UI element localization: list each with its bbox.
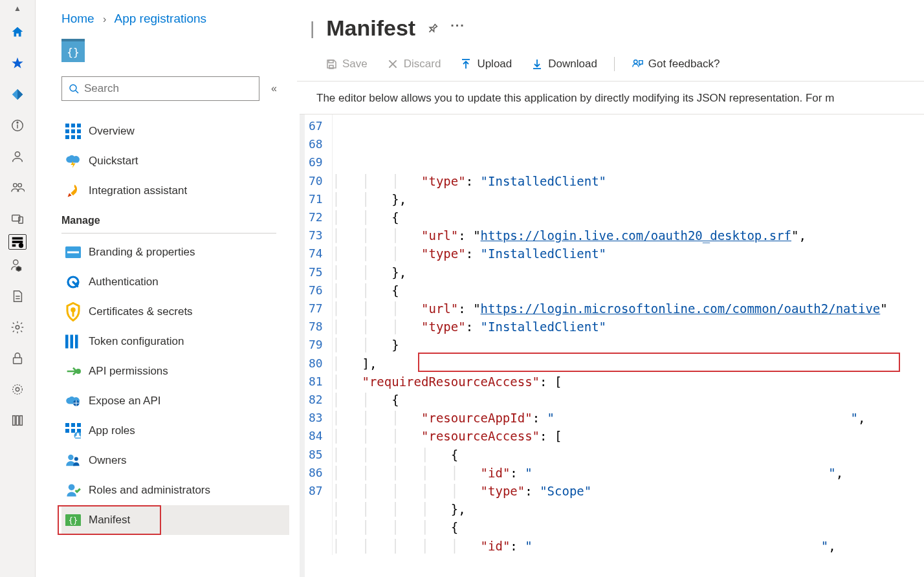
rail-lock-icon[interactable] bbox=[7, 343, 28, 374]
search-input[interactable] bbox=[84, 82, 252, 95]
svg-rect-19 bbox=[13, 416, 16, 426]
rail-hybrid-icon[interactable] bbox=[7, 374, 28, 405]
chevron-right-icon: › bbox=[98, 14, 111, 25]
title-separator: | bbox=[310, 18, 314, 39]
nav-certificates[interactable]: Certificates & secrets bbox=[61, 297, 289, 327]
branding-icon bbox=[65, 245, 81, 260]
rail-info-icon[interactable] bbox=[7, 110, 28, 141]
button-label: Download bbox=[548, 58, 597, 71]
svg-point-2 bbox=[17, 122, 18, 124]
nav-roles-administrators[interactable]: Roles and administrators bbox=[61, 475, 289, 505]
discard-button[interactable]: Discard bbox=[378, 54, 450, 74]
owners-icon bbox=[65, 453, 81, 468]
svg-point-11 bbox=[19, 243, 23, 248]
svg-point-53 bbox=[74, 457, 78, 461]
rail-home-icon[interactable] bbox=[7, 17, 28, 48]
page-title: Manifest bbox=[326, 16, 415, 41]
svg-text:{}: {} bbox=[69, 516, 78, 525]
nav-branding[interactable]: Branding & properties bbox=[61, 237, 289, 267]
svg-rect-31 bbox=[71, 135, 75, 139]
sidebar-search[interactable] bbox=[61, 76, 259, 101]
rail-settings-icon[interactable] bbox=[7, 312, 28, 343]
svg-rect-58 bbox=[329, 60, 333, 63]
rail-document-icon[interactable] bbox=[7, 281, 28, 312]
svg-point-54 bbox=[69, 484, 75, 490]
rail-person-icon[interactable] bbox=[7, 141, 28, 172]
svg-rect-7 bbox=[19, 217, 23, 223]
editor-scrollbar[interactable] bbox=[300, 114, 305, 577]
svg-point-66 bbox=[633, 60, 637, 63]
svg-rect-28 bbox=[71, 129, 75, 133]
json-editor[interactable]: 6768697071727374757677787980818283848586… bbox=[300, 114, 924, 577]
nav-authentication[interactable]: Authentication bbox=[61, 267, 289, 297]
nav-label: Expose an API bbox=[89, 395, 161, 408]
feedback-icon bbox=[632, 58, 643, 70]
code-area[interactable]: │ │ │ "type": "InstalledClient"│ │ },│ │… bbox=[333, 114, 924, 555]
breadcrumb-home[interactable]: Home bbox=[61, 12, 94, 25]
svg-point-51 bbox=[77, 433, 80, 435]
svg-point-3 bbox=[15, 152, 19, 157]
nav-expose-api[interactable]: Expose an API bbox=[61, 386, 289, 416]
rail-favorite-icon[interactable] bbox=[7, 48, 28, 79]
nav-label: Integration assistant bbox=[89, 184, 187, 197]
collapse-sidebar-icon[interactable]: « bbox=[269, 80, 280, 97]
rail-devices-icon[interactable] bbox=[7, 203, 28, 234]
nav-label: Branding & properties bbox=[89, 246, 195, 259]
pin-button[interactable] bbox=[427, 23, 439, 34]
rail-package-icon[interactable] bbox=[7, 250, 28, 281]
more-actions-button[interactable]: ··· bbox=[450, 18, 465, 38]
svg-rect-47 bbox=[65, 429, 69, 433]
svg-rect-27 bbox=[65, 129, 69, 133]
feedback-button[interactable]: Got feedback? bbox=[622, 54, 729, 74]
rail-diamond-icon[interactable] bbox=[7, 79, 28, 110]
svg-rect-48 bbox=[71, 429, 75, 433]
roles-admin-icon bbox=[65, 483, 81, 498]
toolbar-separator bbox=[614, 57, 615, 71]
svg-rect-10 bbox=[12, 245, 16, 247]
svg-point-15 bbox=[16, 325, 19, 329]
auth-icon bbox=[65, 274, 81, 290]
svg-rect-39 bbox=[65, 335, 69, 349]
breadcrumb-app-registrations[interactable]: App registrations bbox=[115, 12, 207, 25]
svg-rect-25 bbox=[71, 124, 75, 127]
nav-quickstart[interactable]: Quickstart bbox=[61, 146, 289, 176]
rocket-icon bbox=[65, 183, 81, 199]
nav-token-configuration[interactable]: Token configuration bbox=[61, 327, 289, 356]
rail-grid-icon[interactable] bbox=[8, 234, 27, 250]
nav-label: API permissions bbox=[89, 365, 168, 378]
nav-overview[interactable]: Overview bbox=[61, 116, 289, 146]
nav-label: Roles and administrators bbox=[89, 484, 210, 497]
manifest-icon: {} bbox=[65, 512, 81, 528]
svg-point-42 bbox=[76, 369, 80, 373]
key-icon bbox=[65, 304, 81, 320]
button-label: Save bbox=[342, 58, 368, 71]
rail-people-icon[interactable] bbox=[7, 172, 28, 203]
svg-point-17 bbox=[13, 385, 23, 395]
nav-label: Token configuration bbox=[89, 335, 184, 348]
nav-owners[interactable]: Owners bbox=[61, 446, 289, 475]
nav-integration-assistant[interactable]: Integration assistant bbox=[61, 176, 289, 206]
svg-rect-24 bbox=[65, 124, 69, 127]
nav-label: Owners bbox=[89, 454, 127, 467]
svg-rect-45 bbox=[71, 423, 75, 427]
svg-line-57 bbox=[430, 29, 432, 32]
search-icon bbox=[69, 83, 79, 94]
svg-point-52 bbox=[68, 455, 73, 460]
svg-rect-30 bbox=[65, 135, 69, 139]
nav-label: Quickstart bbox=[89, 155, 138, 168]
nav-section-manage: Manage bbox=[61, 206, 276, 234]
svg-point-22 bbox=[70, 85, 76, 91]
save-button[interactable]: Save bbox=[316, 54, 377, 74]
close-icon bbox=[387, 58, 399, 70]
rail-library-icon[interactable] bbox=[7, 405, 28, 436]
upload-button[interactable]: Upload bbox=[451, 54, 521, 74]
api-arrow-icon bbox=[65, 364, 81, 379]
download-button[interactable]: Download bbox=[522, 54, 606, 74]
nav-label: Overview bbox=[89, 125, 135, 138]
nav-manifest[interactable]: {} Manifest bbox=[61, 505, 289, 535]
svg-point-4 bbox=[14, 184, 17, 188]
svg-point-18 bbox=[16, 387, 19, 391]
rail-scroll-up-icon[interactable]: ▲ bbox=[14, 4, 21, 17]
nav-api-permissions[interactable]: API permissions bbox=[61, 356, 289, 386]
nav-app-roles[interactable]: App roles bbox=[61, 416, 289, 446]
